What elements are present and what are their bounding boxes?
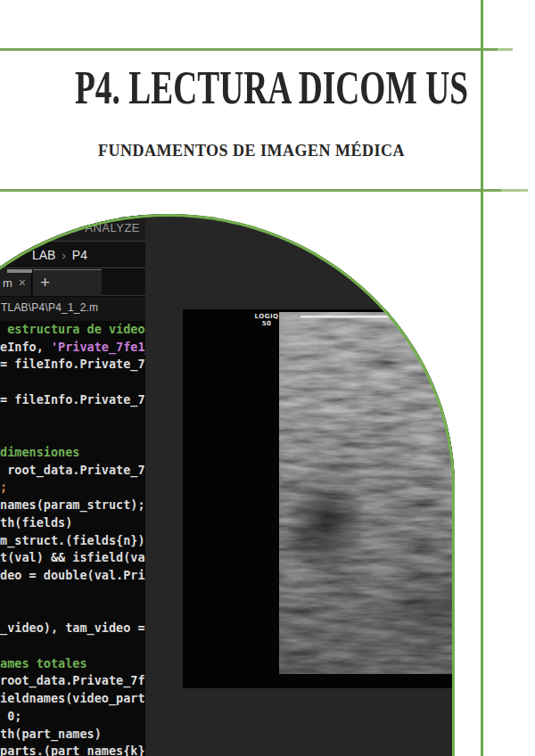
new-tab-button: + bbox=[33, 269, 102, 296]
code-line: th(fields) bbox=[0, 514, 145, 532]
code-line: ; bbox=[0, 479, 145, 497]
breadcrumb-current: P4 bbox=[72, 248, 87, 262]
code-line: th(part_names) bbox=[0, 726, 145, 744]
breadcrumb-separator-icon: › bbox=[62, 249, 65, 262]
breadcrumb-parent: LAB bbox=[32, 248, 55, 262]
document-page: P4. LECTURA DICOM US FUNDAMENTOS DE IMAG… bbox=[0, 0, 535, 756]
code-area: estructura de vídeoeInfo, 'Private_7fe1_… bbox=[0, 321, 145, 756]
code-line bbox=[0, 374, 145, 391]
matlab-editor-panel: ANALYZE LAB›P4 m× + TLAB\P4\P4_1_2.m est… bbox=[0, 214, 145, 756]
code-line: names(param_struct); bbox=[0, 497, 145, 514]
close-tab-icon: × bbox=[19, 275, 26, 290]
code-line: _video), tam_video = bbox=[0, 620, 145, 637]
matlab-screenshot-arch: ANALYZE LAB›P4 m× + TLAB\P4\P4_1_2.m est… bbox=[0, 214, 455, 756]
code-line bbox=[0, 603, 145, 620]
ultrasound-image: LOGIQ 50 bbox=[183, 309, 455, 688]
code-line: ieldnames(video_part bbox=[0, 690, 145, 708]
tab-highlight bbox=[7, 269, 32, 273]
plus-icon: + bbox=[40, 273, 50, 292]
ribbon-tab-analyze: ANALYZE bbox=[85, 221, 140, 234]
code-line: deo = double(val.Pri bbox=[0, 567, 145, 585]
divider-line-top bbox=[0, 48, 513, 51]
code-line: m_struct.(fields{n}) bbox=[0, 532, 145, 550]
code-line bbox=[0, 585, 145, 603]
code-line: root_data.Private_7f bbox=[0, 672, 145, 690]
ultrasound-speckle-region bbox=[279, 312, 455, 674]
code-line: estructura de vídeo bbox=[0, 321, 145, 339]
editor-tab: m× bbox=[0, 269, 32, 296]
code-line: root_data.Private_7 bbox=[0, 462, 145, 480]
divider-line-bottom bbox=[0, 189, 528, 192]
code-line: ames totales bbox=[0, 655, 145, 673]
page-title: P4. LECTURA DICOM US bbox=[75, 65, 460, 111]
breadcrumb: LAB›P4 bbox=[0, 242, 145, 268]
code-line: t(val) && isfield(va bbox=[0, 549, 145, 567]
code-line: parts.(part_names{k} bbox=[0, 743, 145, 756]
code-line: = fileInfo.Private_7 bbox=[0, 356, 145, 374]
matlab-ribbon-bar: ANALYZE bbox=[0, 214, 145, 242]
code-line: dimensiones bbox=[0, 444, 145, 462]
code-line: = fileInfo.Private_7 bbox=[0, 391, 145, 409]
code-line: eInfo, 'Private_7fe1_ bbox=[0, 339, 145, 357]
file-path-bar: TLAB\P4\P4_1_2.m bbox=[0, 297, 145, 321]
file-path: TLAB\P4\P4_1_2.m bbox=[1, 301, 98, 314]
code-line bbox=[0, 426, 145, 444]
editor-tab-bar: m× + bbox=[0, 269, 145, 296]
page-subtitle: FUNDAMENTOS DE IMAGEN MÉDICA bbox=[0, 142, 519, 160]
ultrasound-skin-line bbox=[300, 316, 455, 317]
editor-tab-label: m bbox=[3, 276, 12, 290]
divider-line-vertical bbox=[481, 0, 483, 756]
ultrasound-shading bbox=[279, 312, 455, 674]
code-line: 0; bbox=[0, 708, 145, 726]
code-line bbox=[0, 637, 145, 655]
code-line bbox=[0, 409, 145, 427]
